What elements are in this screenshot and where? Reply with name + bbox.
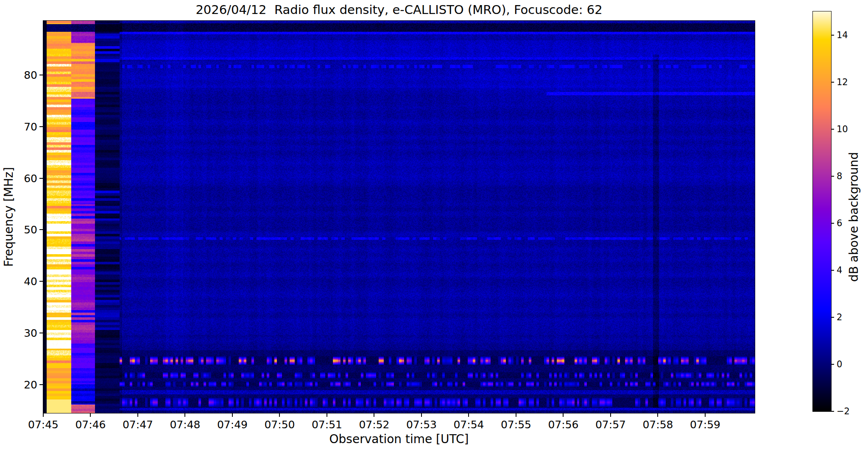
colorbar-tick-label: 2 bbox=[837, 312, 842, 322]
x-tick-mark bbox=[705, 413, 706, 417]
x-tick-label: 07:53 bbox=[406, 419, 437, 431]
colorbar-tick-mark bbox=[831, 82, 834, 83]
x-tick-mark bbox=[184, 413, 185, 417]
x-tick-label: 07:48 bbox=[170, 419, 200, 431]
x-tick-label: 07:49 bbox=[217, 419, 248, 431]
spectrogram-figure: 2026/04/12 Radio flux density, e-CALLIST… bbox=[0, 0, 868, 452]
y-tick-mark bbox=[39, 178, 43, 179]
x-tick-label: 07:54 bbox=[453, 419, 484, 431]
x-tick-mark bbox=[232, 413, 233, 417]
x-tick-mark bbox=[563, 413, 564, 417]
y-tick-mark bbox=[39, 126, 43, 127]
plot-area bbox=[43, 20, 755, 413]
x-tick-mark bbox=[90, 413, 91, 417]
colorbar-tick-mark bbox=[831, 176, 834, 177]
x-tick-label: 07:56 bbox=[548, 419, 578, 431]
x-tick-mark bbox=[516, 413, 516, 417]
x-tick-label: 07:58 bbox=[642, 419, 673, 431]
colorbar-tick-mark bbox=[831, 364, 834, 365]
y-tick-label: 60 bbox=[12, 172, 37, 184]
x-tick-label: 07:45 bbox=[28, 419, 59, 431]
x-axis-label: Observation time [UTC] bbox=[43, 432, 755, 446]
y-tick-mark bbox=[39, 75, 43, 75]
colorbar-tick-mark bbox=[831, 411, 834, 412]
y-tick-mark bbox=[39, 229, 43, 230]
x-tick-mark bbox=[137, 413, 138, 417]
y-tick-label: 50 bbox=[12, 224, 37, 236]
colorbar-label: dB above background bbox=[847, 152, 861, 282]
colorbar bbox=[812, 11, 832, 412]
x-tick-mark bbox=[657, 413, 658, 417]
x-tick-label: 07:59 bbox=[690, 419, 720, 431]
y-tick-mark bbox=[39, 333, 43, 333]
x-tick-label: 07:46 bbox=[75, 419, 106, 431]
colorbar-tick-mark bbox=[831, 129, 834, 130]
spectrogram-canvas bbox=[43, 21, 755, 413]
x-tick-label: 07:57 bbox=[595, 419, 626, 431]
colorbar-tick-label: 0 bbox=[837, 359, 842, 369]
x-tick-mark bbox=[610, 413, 611, 417]
colorbar-tick-label: 12 bbox=[837, 77, 848, 87]
y-tick-mark bbox=[39, 281, 43, 282]
x-tick-mark bbox=[327, 413, 327, 417]
x-tick-mark bbox=[279, 413, 280, 417]
colorbar-tick-label: 10 bbox=[837, 124, 848, 134]
x-tick-label: 07:47 bbox=[123, 419, 153, 431]
colorbar-tick-mark bbox=[831, 270, 834, 271]
x-tick-label: 07:50 bbox=[264, 419, 295, 431]
y-tick-label: 80 bbox=[12, 69, 37, 81]
x-tick-mark bbox=[43, 413, 44, 417]
x-tick-mark bbox=[421, 413, 422, 417]
colorbar-tick-label: 6 bbox=[837, 218, 842, 228]
colorbar-tick-mark bbox=[831, 35, 834, 36]
x-tick-mark bbox=[468, 413, 469, 417]
colorbar-tick-label: 8 bbox=[837, 171, 842, 181]
colorbar-tick-label: 14 bbox=[837, 30, 848, 40]
colorbar-canvas bbox=[813, 11, 831, 411]
x-tick-label: 07:51 bbox=[312, 419, 342, 431]
y-tick-mark bbox=[39, 384, 43, 385]
x-tick-label: 07:52 bbox=[359, 419, 389, 431]
y-tick-label: 30 bbox=[12, 327, 37, 339]
y-tick-label: 70 bbox=[12, 120, 37, 133]
x-tick-mark bbox=[374, 413, 374, 417]
x-tick-label: 07:55 bbox=[501, 419, 531, 431]
colorbar-tick-mark bbox=[831, 317, 834, 318]
chart-title: 2026/04/12 Radio flux density, e-CALLIST… bbox=[43, 3, 755, 17]
y-tick-label: 20 bbox=[12, 378, 37, 391]
colorbar-tick-mark bbox=[831, 223, 834, 224]
y-tick-label: 40 bbox=[12, 275, 37, 288]
colorbar-tick-label: −2 bbox=[837, 406, 850, 416]
colorbar-tick-label: 4 bbox=[837, 265, 842, 275]
